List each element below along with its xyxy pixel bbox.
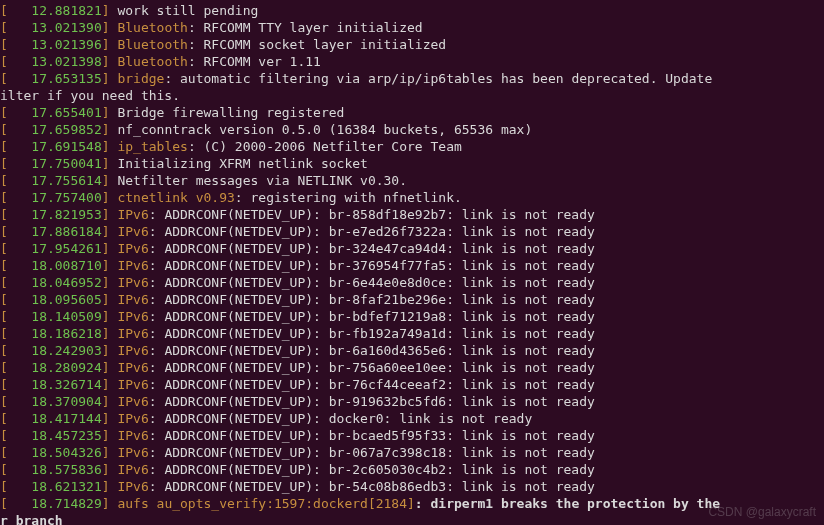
timestamp: 18.417144 xyxy=(31,411,101,426)
log-message: : dirperm1 breaks the protection by the xyxy=(415,496,720,511)
bracket-open: [ xyxy=(0,411,31,426)
log-message: Initializing XFRM netlink socket xyxy=(117,156,367,171)
bracket-close: ] xyxy=(102,394,118,409)
bracket-close: ] xyxy=(102,139,118,154)
log-category: IPv6 xyxy=(117,394,148,409)
bracket-close: ] xyxy=(102,428,118,443)
bracket-open: [ xyxy=(0,71,31,86)
log-category: IPv6 xyxy=(117,292,148,307)
log-category: IPv6 xyxy=(117,224,148,239)
log-category: IPv6 xyxy=(117,258,148,273)
bracket-close: ] xyxy=(102,224,118,239)
log-line: [ 17.755614] Netfilter messages via NETL… xyxy=(0,172,824,189)
log-category: ip_tables xyxy=(117,139,187,154)
bracket-close: ] xyxy=(102,292,118,307)
log-message: : ADDRCONF(NETDEV_UP): br-324e47ca94d4: … xyxy=(149,241,595,256)
log-message: : (C) 2000-2006 Netfilter Core Team xyxy=(188,139,462,154)
log-message: : automatic filtering via arp/ip/ip6tabl… xyxy=(164,71,720,86)
log-line: [ 18.621321] IPv6: ADDRCONF(NETDEV_UP): … xyxy=(0,478,824,495)
bracket-open: [ xyxy=(0,377,31,392)
log-category: IPv6 xyxy=(117,360,148,375)
bracket-close: ] xyxy=(102,462,118,477)
timestamp: 18.621321 xyxy=(31,479,101,494)
timestamp: 18.457235 xyxy=(31,428,101,443)
log-line: [ 18.280924] IPv6: ADDRCONF(NETDEV_UP): … xyxy=(0,359,824,376)
bracket-open: [ xyxy=(0,394,31,409)
bracket-close: ] xyxy=(102,445,118,460)
timestamp: 17.691548 xyxy=(31,139,101,154)
log-category: IPv6 xyxy=(117,411,148,426)
bracket-close: ] xyxy=(102,105,118,120)
bracket-close: ] xyxy=(102,479,118,494)
bracket-open: [ xyxy=(0,326,31,341)
log-message: : RFCOMM TTY layer initialized xyxy=(188,20,423,35)
log-line: [ 18.095605] IPv6: ADDRCONF(NETDEV_UP): … xyxy=(0,291,824,308)
log-line: [ 18.457235] IPv6: ADDRCONF(NETDEV_UP): … xyxy=(0,427,824,444)
log-message: work still pending xyxy=(117,3,258,18)
log-line: [ 17.821953] IPv6: ADDRCONF(NETDEV_UP): … xyxy=(0,206,824,223)
bracket-close: ] xyxy=(102,241,118,256)
timestamp: 18.140509 xyxy=(31,309,101,324)
log-line: [ 17.691548] ip_tables: (C) 2000-2006 Ne… xyxy=(0,138,824,155)
log-message: : ADDRCONF(NETDEV_UP): br-6a160d4365e6: … xyxy=(149,343,595,358)
timestamp: 13.021396 xyxy=(31,37,101,52)
bracket-close: ] xyxy=(102,377,118,392)
kernel-log-output: [ 12.881821] work still pending[ 13.0213… xyxy=(0,2,824,525)
bracket-close: ] xyxy=(102,275,118,290)
bracket-open: [ xyxy=(0,343,31,358)
log-message: : ADDRCONF(NETDEV_UP): br-756a60ee10ee: … xyxy=(149,360,595,375)
bracket-open: [ xyxy=(0,207,31,222)
timestamp: 13.021390 xyxy=(31,20,101,35)
log-message: : ADDRCONF(NETDEV_UP): br-6e44e0e8d0ce: … xyxy=(149,275,595,290)
log-line: [ 18.046952] IPv6: ADDRCONF(NETDEV_UP): … xyxy=(0,274,824,291)
log-category: IPv6 xyxy=(117,241,148,256)
log-line: [ 18.008710] IPv6: ADDRCONF(NETDEV_UP): … xyxy=(0,257,824,274)
log-line: [ 18.575836] IPv6: ADDRCONF(NETDEV_UP): … xyxy=(0,461,824,478)
log-category: Bluetooth xyxy=(117,37,187,52)
bracket-close: ] xyxy=(102,173,118,188)
log-category: IPv6 xyxy=(117,479,148,494)
timestamp: 17.757400 xyxy=(31,190,101,205)
log-category: aufs au_opts_verify:1597:dockerd[2184] xyxy=(117,496,414,511)
bracket-open: [ xyxy=(0,428,31,443)
timestamp: 17.954261 xyxy=(31,241,101,256)
log-message: : ADDRCONF(NETDEV_UP): docker0: link is … xyxy=(149,411,533,426)
bracket-close: ] xyxy=(102,156,118,171)
bracket-open: [ xyxy=(0,496,31,511)
timestamp: 17.755614 xyxy=(31,173,101,188)
log-line: [ 17.886184] IPv6: ADDRCONF(NETDEV_UP): … xyxy=(0,223,824,240)
log-category: bridge xyxy=(117,71,164,86)
bracket-close: ] xyxy=(102,54,118,69)
timestamp: 18.575836 xyxy=(31,462,101,477)
bracket-close: ] xyxy=(102,20,118,35)
log-category: IPv6 xyxy=(117,462,148,477)
timestamp: 18.326714 xyxy=(31,377,101,392)
timestamp: 17.659852 xyxy=(31,122,101,137)
log-line: [ 17.757400] ctnetlink v0.93: registerin… xyxy=(0,189,824,206)
bracket-open: [ xyxy=(0,479,31,494)
bracket-open: [ xyxy=(0,309,31,324)
bracket-open: [ xyxy=(0,156,31,171)
log-message: : ADDRCONF(NETDEV_UP): br-fb192a749a1d: … xyxy=(149,326,595,341)
log-message: nf_conntrack version 0.5.0 (16384 bucket… xyxy=(117,122,532,137)
bracket-open: [ xyxy=(0,173,31,188)
bracket-open: [ xyxy=(0,190,31,205)
bracket-open: [ xyxy=(0,224,31,239)
log-line: [ 18.714829] aufs au_opts_verify:1597:do… xyxy=(0,495,824,512)
log-line: [ 17.659852] nf_conntrack version 0.5.0 … xyxy=(0,121,824,138)
bracket-open: [ xyxy=(0,445,31,460)
log-message: : registering with nfnetlink. xyxy=(235,190,462,205)
timestamp: 18.504326 xyxy=(31,445,101,460)
log-message: : ADDRCONF(NETDEV_UP): br-bdfef71219a8: … xyxy=(149,309,595,324)
bracket-open: [ xyxy=(0,122,31,137)
timestamp: 17.750041 xyxy=(31,156,101,171)
bracket-open: [ xyxy=(0,139,31,154)
log-message: : ADDRCONF(NETDEV_UP): br-067a7c398c18: … xyxy=(149,445,595,460)
bracket-close: ] xyxy=(102,37,118,52)
log-message: : ADDRCONF(NETDEV_UP): br-919632bc5fd6: … xyxy=(149,394,595,409)
log-message: : ADDRCONF(NETDEV_UP): br-e7ed26f7322a: … xyxy=(149,224,595,239)
log-line: [ 18.417144] IPv6: ADDRCONF(NETDEV_UP): … xyxy=(0,410,824,427)
timestamp: 17.821953 xyxy=(31,207,101,222)
bracket-close: ] xyxy=(102,3,118,18)
log-message: : ADDRCONF(NETDEV_UP): br-858df18e92b7: … xyxy=(149,207,595,222)
